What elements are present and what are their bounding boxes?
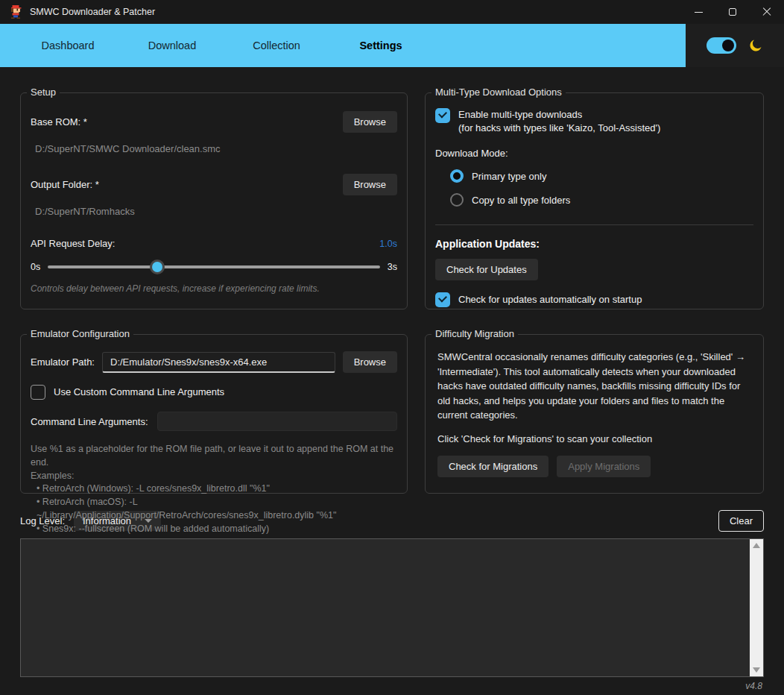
setup-legend: Setup <box>27 87 60 98</box>
auto-update-label: Check for updates automatically on start… <box>458 293 642 306</box>
setup-group: Setup Base ROM: * Browse D:/SuperNT/SMWC… <box>20 92 408 309</box>
log-scrollbar[interactable] <box>750 539 763 676</box>
custom-args-label: Use Custom Command Line Arguments <box>54 386 224 399</box>
app-window: SMWC Downloader & Patcher Dashboard Down… <box>0 0 784 695</box>
output-folder-browse-button[interactable]: Browse <box>343 174 397 195</box>
theme-toggle[interactable] <box>706 37 736 54</box>
output-folder-label: Output Folder: * <box>31 179 99 190</box>
theme-toggle-knob <box>722 40 734 51</box>
difficulty-migration-group: Difficulty Migration SMWCentral occasion… <box>425 334 764 494</box>
emulator-group: Emulator Configuration Emulator Path: Br… <box>20 334 408 494</box>
base-rom-label: Base ROM: * <box>31 116 87 128</box>
api-delay-label: API Request Delay: <box>31 238 115 249</box>
difficulty-description: SMWCentral occasionally renames difficul… <box>437 350 751 423</box>
api-delay-help: Controls delay between API requests, inc… <box>31 283 397 294</box>
slider-track[interactable] <box>48 261 380 273</box>
slider-max-label: 3s <box>388 262 397 272</box>
tab-download[interactable]: Download <box>120 40 224 51</box>
maximize-button[interactable] <box>715 0 750 24</box>
log-panel <box>20 538 764 677</box>
apply-migrations-button[interactable]: Apply Migrations <box>557 456 651 477</box>
emulator-path-label: Emulator Path: <box>31 356 95 368</box>
api-delay-value: 1.0s <box>379 239 397 249</box>
section-divider <box>435 224 753 225</box>
check-for-updates-button[interactable]: Check for Updates <box>435 259 538 280</box>
window-controls <box>681 0 784 24</box>
base-rom-path: D:/SuperNT/SMWC Downloader/clean.smc <box>35 143 397 154</box>
difficulty-legend: Difficulty Migration <box>431 328 518 339</box>
difficulty-instruction: Click 'Check for Migrations' to scan you… <box>437 433 751 444</box>
command-line-args-label: Command Line Arguments: <box>31 416 148 427</box>
close-button[interactable] <box>750 0 784 24</box>
nav-right-area <box>686 24 784 67</box>
custom-args-checkbox[interactable] <box>31 385 45 400</box>
close-icon <box>762 7 771 16</box>
scroll-down-icon[interactable] <box>753 667 760 673</box>
maximize-icon <box>729 8 736 16</box>
command-line-args-help: Use %1 as a placeholder for the ROM file… <box>31 443 397 535</box>
command-line-args-input[interactable] <box>157 412 397 431</box>
titlebar: SMWC Downloader & Patcher <box>0 0 784 24</box>
settings-page: Setup Base ROM: * Browse D:/SuperNT/SMWC… <box>0 67 784 691</box>
enable-multi-type-checkbox[interactable] <box>435 108 450 123</box>
minimize-button[interactable] <box>681 0 715 24</box>
clear-log-button[interactable]: Clear <box>718 510 764 532</box>
navbar: Dashboard Download Collection Settings <box>0 24 784 67</box>
tab-collection[interactable]: Collection <box>224 40 329 51</box>
radio-copy-all-type-folders-label: Copy to all type folders <box>472 195 570 206</box>
emulator-path-input[interactable] <box>102 352 335 373</box>
settings-row-1: Setup Base ROM: * Browse D:/SuperNT/SMWC… <box>20 92 764 309</box>
tab-dashboard[interactable]: Dashboard <box>16 40 120 51</box>
mario-app-icon <box>9 5 22 19</box>
multi-type-group: Multi-Type Download Options Enable multi… <box>425 92 764 309</box>
base-rom-browse-button[interactable]: Browse <box>343 111 397 133</box>
minimize-icon <box>695 12 703 13</box>
version-label: v4.8 <box>20 677 764 691</box>
auto-update-checkbox[interactable] <box>435 292 450 307</box>
settings-row-2: Emulator Configuration Emulator Path: Br… <box>20 334 764 494</box>
tab-settings[interactable]: Settings <box>329 40 433 51</box>
multi-type-legend: Multi-Type Download Options <box>431 87 566 98</box>
output-folder-path: D:/SuperNT/Romhacks <box>35 206 397 217</box>
window-title: SMWC Downloader & Patcher <box>30 7 155 17</box>
nav-tabs: Dashboard Download Collection Settings <box>0 24 686 67</box>
log-content <box>22 540 749 676</box>
slider-min-label: 0s <box>31 262 40 272</box>
enable-multi-type-label: Enable multi-type downloads (for hacks w… <box>458 108 660 134</box>
download-mode-label: Download Mode: <box>435 148 753 159</box>
check-for-migrations-button[interactable]: Check for Migrations <box>437 456 549 477</box>
emulator-legend: Emulator Configuration <box>27 328 133 339</box>
scroll-up-icon[interactable] <box>753 543 760 548</box>
emulator-browse-button[interactable]: Browse <box>343 351 397 373</box>
radio-copy-all-type-folders[interactable] <box>450 193 464 207</box>
api-delay-slider: 0s 3s <box>31 261 397 273</box>
slider-thumb[interactable] <box>152 262 162 272</box>
application-updates-heading: Application Updates: <box>435 238 753 250</box>
moon-icon <box>748 38 763 53</box>
radio-primary-type-only-label: Primary type only <box>472 171 546 182</box>
radio-primary-type-only[interactable] <box>450 169 464 183</box>
